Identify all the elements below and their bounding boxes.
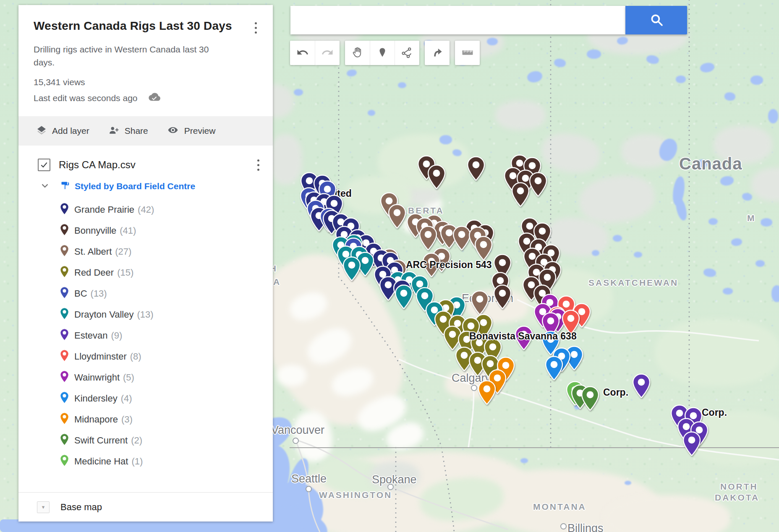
pan-icon [351,46,364,60]
map-toolbar [290,41,480,65]
rig-label[interactable]: Bonavista Savanna 638 [469,331,577,342]
page-title[interactable]: Western Canada Rigs Last 30 Days [34,19,248,33]
share-button[interactable]: Share [105,124,151,138]
base-map-label: Base map [60,502,102,513]
legend-item-bonnyville[interactable]: Bonnyville (41) [60,220,273,241]
map-pin-bon[interactable] [528,172,548,198]
layer-row: Rigs CA Map.csv [18,146,273,173]
legend-pin-icon [60,433,69,448]
legend-pin-icon [60,308,69,322]
legend-pin-icon [60,245,69,259]
redo-icon [321,46,334,60]
map-pin-mid[interactable] [477,380,497,407]
map-pin-bon[interactable] [466,156,486,183]
preview-button[interactable]: Preview [164,124,218,138]
legend-item-count: (27) [115,246,131,257]
legend-item-midnapore[interactable]: Midnapore (3) [60,409,273,430]
legend-pin-icon [60,287,69,301]
legend-pin-icon [60,454,69,469]
legend-item-kindersley[interactable]: Kindersley (4) [60,388,273,409]
share-label: Share [125,126,148,136]
map-pin-sta[interactable] [387,204,407,230]
legend-item-lloydminster[interactable]: Lloydminster (8) [60,346,273,367]
search-input[interactable] [290,6,625,34]
views-count: 15,341 views [34,77,263,87]
legend-item-count: (13) [91,288,107,299]
map-pin-est[interactable] [632,373,651,400]
measure-button[interactable] [455,41,480,65]
styled-by-row[interactable]: Styled by Board Field Centre [18,180,273,193]
search-button[interactable] [625,6,687,34]
legend-item-label: Lloydminster [74,351,127,362]
draw-line-icon [401,46,413,60]
map-pin-bon[interactable] [427,164,446,191]
legend-item-label: Swift Current [74,435,128,446]
legend-item-drayton-valley[interactable]: Drayton Valley (13) [60,304,273,325]
layer-options-menu-icon[interactable] [251,156,265,173]
rig-label[interactable]: Corp. [603,387,628,398]
map-pin-bon[interactable] [511,182,530,209]
add-directions-button[interactable] [425,41,450,65]
legend-item-red-deer[interactable]: Red Deer (15) [60,262,273,283]
legend-item-bc[interactable]: BC (13) [60,283,273,304]
legend-item-swift-current[interactable]: Swift Current (2) [60,430,273,451]
map-pin-swc[interactable] [580,386,600,412]
search-bar [290,6,625,34]
legend-item-count: (13) [137,309,153,320]
legend-item-label: Red Deer [74,267,114,278]
legend-item-count: (42) [138,204,154,215]
search-icon [649,13,664,28]
legend-item-wainwright[interactable]: Wainwright (5) [60,367,273,388]
map-pin-est[interactable] [682,431,701,458]
map-pin-bon[interactable] [493,284,512,311]
legend-item-count: (9) [111,330,123,341]
layer-checkbox[interactable] [38,159,50,171]
eye-icon [167,125,179,138]
redo-button[interactable] [315,41,340,65]
person-add-icon [108,125,120,138]
legend-item-label: BC [74,288,87,299]
legend-item-label: Medicine Hat [74,456,128,467]
legend-item-st-albert[interactable]: St. Albert (27) [60,241,273,262]
chevron-down-icon [39,180,50,193]
legend-pin-icon [60,329,69,343]
legend-item-label: Estevan [74,330,108,341]
map-description[interactable]: Drilling rigs active in Western Canada l… [34,43,227,69]
legend-item-label: Midnapore [74,414,118,425]
last-edit-status[interactable]: Last edit was seconds ago [34,93,148,103]
base-map-row[interactable]: ▾ Base map [18,492,273,522]
legend-item-label: Kindersley [74,393,118,404]
legend-pin-icon [60,412,69,427]
add-marker-button[interactable] [370,41,395,65]
preview-label: Preview [184,126,216,136]
pan-button[interactable] [345,41,370,65]
legend-item-label: Bonnyville [74,225,116,236]
add-layer-button[interactable]: Add layer [34,124,92,138]
undo-icon [296,46,309,60]
paint-roller-icon [60,180,71,192]
rig-label[interactable]: ARC Precision 543 [406,259,492,271]
map-pin-dv[interactable] [394,284,413,311]
map-pin-sta[interactable] [470,290,489,317]
legend-list: Grande Prairie (42) Bonnyville (41) St. … [18,199,273,472]
measure-icon [460,46,475,60]
map-pin-kin[interactable] [544,356,564,382]
map-pin-sta[interactable] [474,236,493,262]
legend-pin-icon [60,370,69,385]
legend-item-label: Wainwright [74,372,120,383]
undo-button[interactable] [290,41,315,65]
rig-label[interactable]: Corp. [702,407,727,418]
legend-item-estevan[interactable]: Estevan (9) [60,325,273,346]
layer-name[interactable]: Rigs CA Map.csv [59,159,251,171]
legend-item-grande-prairie[interactable]: Grande Prairie (42) [60,199,273,220]
legend-item-count: (1) [131,456,143,467]
legend-item-medicine-hat[interactable]: Medicine Hat (1) [60,451,273,472]
cloud-saved-icon [148,91,263,105]
draw-line-button[interactable] [395,41,419,65]
toolbar-group [290,41,340,65]
map-pin-dv[interactable] [342,256,361,283]
legend-item-label: Drayton Valley [74,309,133,320]
layers-icon [36,125,47,138]
add-layer-label: Add layer [52,126,89,136]
map-options-menu-icon[interactable] [248,19,263,36]
